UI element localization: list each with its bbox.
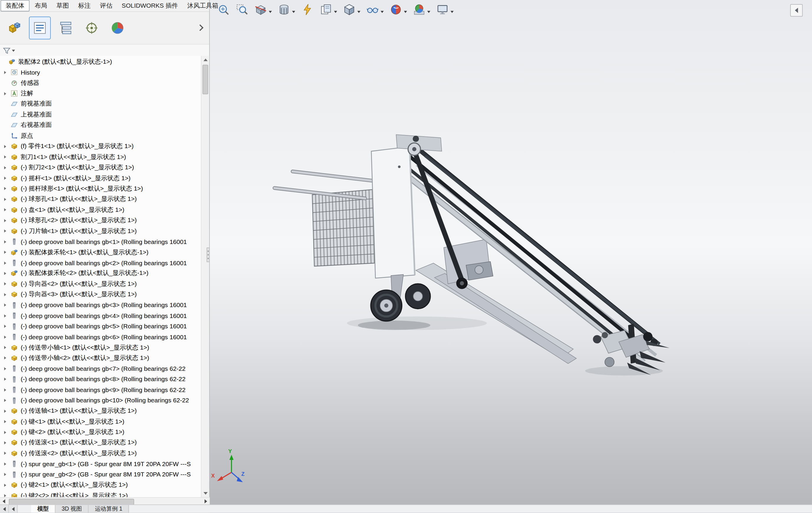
tree-vertical-scrollbar[interactable] [201, 56, 209, 497]
tree-item[interactable]: 割刀1<1> (默认<<默认>_显示状态 1>) [0, 152, 201, 162]
dropdown-arrow-icon[interactable] [269, 11, 272, 13]
expand-arrow-icon[interactable] [4, 145, 10, 148]
expand-arrow-icon[interactable] [4, 441, 10, 445]
expand-arrow-icon[interactable] [4, 251, 10, 254]
tree-item[interactable]: (-) deep groove ball bearings gb<9> (Rol… [0, 385, 201, 395]
tree-item[interactable]: (-) 传送滚<2> (默认<<默认>_显示状态 1>) [0, 448, 201, 459]
tree-item[interactable]: (-) 摇杆<1> (默认<<默认>_显示状态 1>) [0, 173, 201, 183]
tree-item[interactable]: (-) deep groove ball bearings gb<6> (Rol… [0, 332, 201, 342]
panel-tabs-expand-icon[interactable] [197, 23, 205, 32]
tree-item[interactable]: 注解 [0, 88, 201, 99]
filter-graphics-button[interactable] [300, 1, 314, 17]
tree-item[interactable]: (-) 传送滚<1> (默认<<默认>_显示状态 1>) [0, 437, 201, 448]
expand-arrow-icon[interactable] [4, 378, 10, 381]
expand-arrow-icon[interactable] [4, 177, 10, 180]
expand-arrow-icon[interactable] [4, 92, 10, 95]
view-orientation-button[interactable] [343, 1, 361, 17]
tree-item[interactable]: (-) 摇杆球形<1> (默认<<默认>_显示状态 1>) [0, 183, 201, 194]
expand-arrow-icon[interactable] [4, 229, 10, 233]
tree-item[interactable]: (-) 割刀2<1> (默认<<默认>_显示状态 1>) [0, 162, 201, 173]
expand-arrow-icon[interactable] [4, 367, 10, 371]
expand-arrow-icon[interactable] [4, 452, 10, 455]
tree-item[interactable]: (-) deep groove ball bearings gb<3> (Rol… [0, 300, 201, 311]
tree-item[interactable]: (-) 键<2> (默认<<默认>_显示状态 1>) [0, 427, 201, 437]
expand-arrow-icon[interactable] [4, 261, 10, 265]
commandmanager-tab[interactable]: 评估 [95, 0, 117, 11]
expand-arrow-icon[interactable] [4, 494, 10, 497]
expand-arrow-icon[interactable] [4, 198, 10, 201]
featuremanager-tree-tab[interactable] [29, 17, 51, 39]
tree-item[interactable]: (-) 导向器<2> (默认<<默认>_显示状态 1>) [0, 279, 201, 289]
expand-arrow-icon[interactable] [4, 462, 10, 466]
expand-arrow-icon[interactable] [4, 420, 10, 423]
tree-item[interactable]: 原点 [0, 131, 201, 141]
scrollbar-track[interactable] [201, 64, 209, 489]
expand-arrow-icon[interactable] [4, 304, 10, 307]
expand-arrow-icon[interactable] [4, 240, 10, 244]
expand-arrow-icon[interactable] [4, 484, 10, 487]
tree-item[interactable]: (-) 传送轴<1> (默认<<默认>_显示状态 1>) [0, 406, 201, 416]
expand-arrow-icon[interactable] [4, 155, 10, 159]
edit-appearance-button[interactable] [389, 1, 408, 17]
displaymanager-tab[interactable] [107, 17, 128, 39]
scroll-right-icon[interactable] [202, 498, 210, 505]
dimxpertmanager-tab[interactable] [81, 17, 103, 39]
tree-item[interactable]: (-) deep groove ball bearings gb<10> (Ro… [0, 395, 201, 406]
tree-item[interactable]: (-) 装配体拨禾轮<1> (默认<默认_显示状态-1>) [0, 247, 201, 258]
commandmanager-tab[interactable]: 标注 [74, 0, 95, 11]
tree-item[interactable]: (-) deep groove ball bearings gb<5> (Rol… [0, 321, 201, 332]
expand-arrow-icon[interactable] [4, 219, 10, 222]
dropdown-arrow-icon[interactable] [380, 11, 384, 13]
model-3d-view[interactable]: Y X Z [210, 0, 812, 513]
commandmanager-tab[interactable]: 草图 [52, 0, 74, 11]
scrollbar-track[interactable] [8, 498, 202, 505]
expand-arrow-icon[interactable] [4, 431, 10, 434]
expand-arrow-icon[interactable] [4, 335, 10, 339]
tree-item[interactable]: (-) 传送带小轴<2> (默认<<默认>_显示状态 1>) [0, 353, 201, 364]
display-style-button[interactable] [277, 1, 295, 17]
tree-item[interactable]: (-) deep groove ball bearings gb<2> (Rol… [0, 258, 201, 268]
expand-arrow-icon[interactable] [4, 166, 10, 169]
scroll-up-icon[interactable] [201, 56, 209, 64]
expand-arrow-icon[interactable] [4, 388, 10, 392]
tree-item[interactable]: 传感器 [0, 78, 201, 88]
tree-item[interactable]: 前视基准面 [0, 99, 201, 109]
dropdown-arrow-icon[interactable] [334, 11, 337, 13]
section-view-button[interactable] [254, 1, 272, 17]
expand-arrow-icon[interactable] [4, 346, 10, 349]
tree-item[interactable]: (-) 装配体拨禾轮<2> (默认<默认_显示状态-1>) [0, 268, 201, 279]
expand-arrow-icon[interactable] [4, 399, 10, 402]
tree-item[interactable]: 右视基准面 [0, 120, 201, 131]
scrollbar-thumb[interactable] [202, 65, 208, 94]
expand-arrow-icon[interactable] [4, 325, 10, 328]
panel-splitter-handle[interactable] [207, 248, 210, 262]
tree-horizontal-scrollbar[interactable] [0, 497, 210, 505]
scroll-down-icon[interactable] [201, 489, 209, 497]
expand-arrow-icon[interactable] [4, 293, 10, 296]
dropdown-arrow-icon[interactable] [427, 11, 430, 13]
expand-arrow-icon[interactable] [4, 314, 10, 317]
tree-item[interactable]: (-) deep groove ball bearings gb<8> (Rol… [0, 374, 201, 385]
commandmanager-tab[interactable]: 沐风工具箱 [182, 0, 223, 11]
scroll-left-icon[interactable] [0, 498, 8, 505]
tree-item[interactable]: (-) deep groove ball bearings gb<7> (Rol… [0, 364, 201, 374]
document-tab[interactable]: 运动算例 1 [88, 505, 129, 513]
scrollbar-thumb[interactable] [9, 498, 134, 505]
expand-arrow-icon[interactable] [4, 187, 10, 191]
commandmanager-tab[interactable]: 布局 [30, 0, 52, 11]
tree-item[interactable]: (-) spur gear_gb<2> (GB - Spur gear 8M 1… [0, 469, 201, 480]
assembly-document-tab[interactable] [3, 17, 25, 39]
expand-arrow-icon[interactable] [4, 283, 10, 286]
dropdown-arrow-icon[interactable] [451, 11, 454, 13]
expand-arrow-icon[interactable] [4, 473, 10, 476]
tree-item[interactable]: 上视基准面 [0, 109, 201, 120]
tree-item[interactable]: (-) 盘<1> (默认<<默认>_显示状态 1>) [0, 205, 201, 215]
tree-item[interactable]: (-) deep groove ball bearings gb<4> (Rol… [0, 311, 201, 321]
tree-item[interactable]: (-) 键2<2> (默认<<默认>_显示状态 1>) [0, 491, 201, 497]
tree-item[interactable]: (-) 键<1> (默认<<默认>_显示状态 1>) [0, 416, 201, 427]
document-tab[interactable]: 3D 视图 [55, 505, 89, 513]
expand-arrow-icon[interactable] [4, 272, 10, 275]
tree-item[interactable]: (-) 球形孔<2> (默认<<默认>_显示状态 1>) [0, 215, 201, 226]
expand-arrow-icon[interactable] [4, 409, 10, 413]
tree-item[interactable]: History [0, 67, 201, 78]
